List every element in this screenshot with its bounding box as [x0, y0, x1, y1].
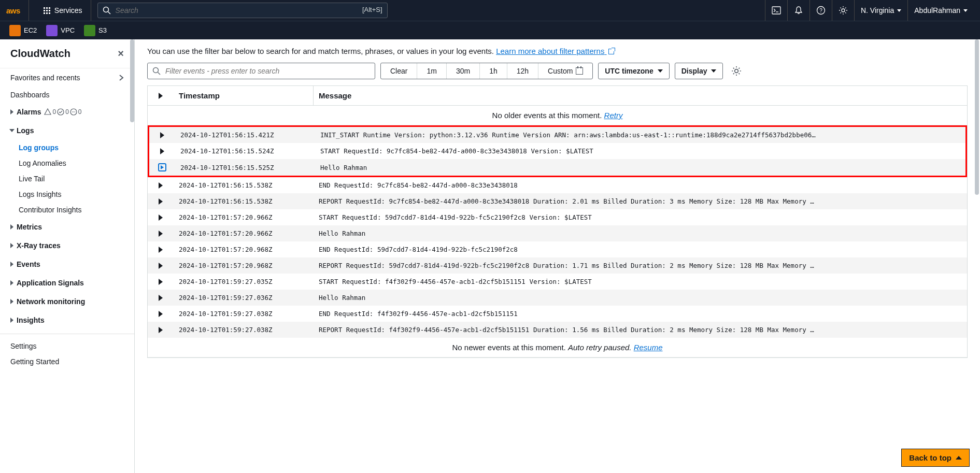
favorites-recents[interactable]: Favorites and recents	[0, 68, 134, 87]
nav-dashboards[interactable]: Dashboards	[0, 87, 134, 103]
nav-x-ray-traces[interactable]: X-Ray traces	[0, 236, 134, 255]
nav-logs[interactable]: Logs	[0, 121, 134, 140]
custom-label: Custom	[548, 67, 573, 75]
settings-button[interactable]	[832, 0, 854, 21]
timezone-dropdown[interactable]: UTC timezone	[598, 63, 669, 79]
nav-events[interactable]: Events	[0, 255, 134, 274]
svg-point-14	[735, 69, 738, 73]
log-event-row[interactable]: 2024-10-12T01:59:27.035ZSTART RequestId:…	[148, 274, 967, 290]
hint-text: You can use the filter bar below to sear…	[147, 47, 496, 55]
account-menu[interactable]: AbdulRahman	[907, 0, 974, 21]
notifications-button[interactable]	[787, 0, 809, 21]
log-event-row[interactable]: 2024-10-12T01:56:15.538ZREPORT RequestId…	[148, 193, 967, 209]
row-expand-toggle[interactable]	[148, 311, 174, 317]
caret-right-icon	[10, 318, 13, 323]
row-message: REPORT RequestId: f4f302f9-4456-457e-acb…	[314, 326, 967, 334]
row-timestamp: 2024-10-12T01:56:15.524Z	[175, 147, 315, 155]
row-message: Hello Rahman	[314, 294, 967, 302]
row-expand-toggle[interactable]	[148, 198, 174, 205]
row-expand-toggle[interactable]	[149, 148, 175, 154]
header-message[interactable]: Message	[314, 86, 967, 105]
header-timestamp[interactable]: Timestamp	[174, 86, 314, 105]
caret-right-icon	[159, 295, 163, 301]
auto-retry-text: Auto retry paused.	[568, 343, 634, 352]
back-to-top-button[interactable]: Back to top	[901, 449, 970, 467]
caret-right-icon	[160, 132, 164, 138]
aws-logo[interactable]: aws	[6, 0, 29, 21]
global-search-input[interactable]	[97, 3, 388, 18]
row-expand-toggle[interactable]	[149, 163, 175, 171]
time-btn-1m[interactable]: 1m	[417, 63, 446, 79]
close-sidebar-icon[interactable]: ×	[118, 48, 124, 60]
services-menu[interactable]: Services	[35, 0, 91, 21]
main-scrollbar[interactable]	[975, 39, 979, 195]
log-event-row[interactable]: 2024-10-12T01:56:15.525ZHello Rahman	[149, 159, 965, 176]
nav-logs-live-tail[interactable]: Live Tail	[0, 171, 134, 187]
table-settings-button[interactable]	[731, 66, 742, 76]
log-event-row[interactable]: 2024-10-12T01:57:20.966ZHello Rahman	[148, 225, 967, 241]
display-dropdown[interactable]: Display	[675, 63, 723, 79]
svc-shortcut-s3[interactable]: S3	[81, 23, 110, 38]
display-label: Display	[681, 67, 707, 75]
aws-logo-text: aws	[6, 6, 20, 15]
time-btn-12h[interactable]: 12h	[507, 63, 538, 79]
help-button[interactable]: ?	[809, 0, 832, 21]
log-event-row[interactable]: 2024-10-12T01:59:27.038ZREPORT RequestId…	[148, 322, 967, 338]
time-btn-clear[interactable]: Clear	[381, 63, 417, 79]
calendar-icon	[576, 67, 583, 75]
nav-alarms[interactable]: Alarms 0 0 0	[0, 103, 134, 121]
log-event-row[interactable]: 2024-10-12T01:57:20.968ZEND RequestId: 5…	[148, 241, 967, 257]
service-title: CloudWatch	[10, 48, 70, 60]
row-expand-toggle[interactable]	[148, 231, 174, 237]
retry-link[interactable]: Retry	[604, 111, 623, 120]
nav-logs-contributor-insights[interactable]: Contributor Insights	[0, 202, 134, 218]
sidebar-scrollbar[interactable]	[130, 39, 134, 122]
nav-label: Insights	[17, 316, 45, 324]
row-expand-toggle[interactable]	[148, 182, 174, 189]
learn-more-link[interactable]: Learn more about filter patterns	[496, 47, 614, 55]
row-expand-toggle[interactable]	[148, 279, 174, 285]
log-event-row[interactable]: 2024-10-12T01:57:20.966ZSTART RequestId:…	[148, 209, 967, 225]
row-timestamp: 2024-10-12T01:56:15.525Z	[175, 164, 315, 171]
logs-label: Logs	[17, 126, 34, 135]
row-expand-toggle[interactable]	[148, 247, 174, 253]
svg-rect-2	[772, 7, 780, 14]
nav-application-signals[interactable]: Application Signals	[0, 274, 134, 292]
nav-network-monitoring[interactable]: Network monitoring	[0, 292, 134, 311]
filter-events-input[interactable]	[147, 63, 375, 79]
nav-logs-logs-insights[interactable]: Logs Insights	[0, 187, 134, 202]
resume-link[interactable]: Resume	[634, 343, 663, 352]
caret-right-icon	[10, 299, 13, 304]
time-btn-30m[interactable]: 30m	[447, 63, 480, 79]
nav-metrics[interactable]: Metrics	[0, 218, 134, 236]
row-timestamp: 2024-10-12T01:59:27.038Z	[174, 326, 314, 334]
time-btn-custom[interactable]: Custom	[538, 63, 592, 79]
row-expand-toggle[interactable]	[148, 263, 174, 269]
no-newer-events-row: No newer events at this moment. Auto ret…	[148, 338, 967, 357]
expand-all-toggle[interactable]	[148, 86, 174, 105]
log-event-row[interactable]: 2024-10-12T01:56:15.421ZINIT_START Runti…	[149, 127, 965, 143]
svc-shortcut-ec2[interactable]: EC2	[6, 23, 40, 38]
log-event-row[interactable]: 2024-10-12T01:56:15.524ZSTART RequestId:…	[149, 143, 965, 159]
cloudshell-button[interactable]	[765, 0, 787, 21]
row-expand-toggle[interactable]	[148, 327, 174, 333]
log-event-row[interactable]: 2024-10-12T01:59:27.036ZHello Rahman	[148, 290, 967, 306]
region-label: N. Virginia	[861, 6, 894, 15]
log-event-row[interactable]: 2024-10-12T01:59:27.038ZEND RequestId: f…	[148, 306, 967, 322]
nav-settings[interactable]: Settings	[0, 338, 134, 354]
log-event-row[interactable]: 2024-10-12T01:57:20.968ZREPORT RequestId…	[148, 257, 967, 274]
nav-getting-started[interactable]: Getting Started	[0, 354, 134, 369]
global-topbar: aws Services [Alt+S] ? N. Virginia Abdul…	[0, 0, 980, 21]
region-selector[interactable]: N. Virginia	[854, 0, 907, 21]
time-btn-1h[interactable]: 1h	[480, 63, 507, 79]
nav-insights[interactable]: Insights	[0, 311, 134, 329]
nav-logs-log-groups[interactable]: Log groups	[0, 140, 134, 155]
svc-icon	[84, 25, 95, 36]
service-shortcut-bar: EC2VPCS3	[0, 21, 980, 39]
log-event-row[interactable]: 2024-10-12T01:56:15.538ZEND RequestId: 9…	[148, 177, 967, 193]
row-expand-toggle[interactable]	[148, 214, 174, 221]
svc-shortcut-vpc[interactable]: VPC	[43, 23, 78, 38]
row-expand-toggle[interactable]	[148, 295, 174, 301]
row-expand-toggle[interactable]	[149, 132, 175, 138]
nav-logs-log-anomalies[interactable]: Log Anomalies	[0, 155, 134, 171]
